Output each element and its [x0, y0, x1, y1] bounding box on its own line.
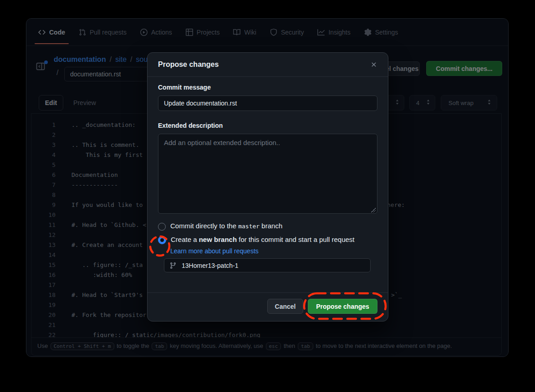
close-icon: [370, 61, 377, 68]
commit-message-input[interactable]: [158, 95, 377, 111]
cancel-button[interactable]: Cancel: [267, 299, 303, 314]
dialog-body: Commit message Extended description Comm…: [148, 77, 388, 280]
learn-more-link[interactable]: Learn more about pull requests: [170, 247, 259, 255]
extended-description-label: Extended description: [158, 122, 377, 130]
new-branch-name-input[interactable]: [181, 261, 365, 270]
radio-create-branch[interactable]: Create a new branch for this commit and …: [158, 236, 377, 246]
dialog-title: Propose changes: [158, 60, 219, 69]
git-branch-icon: [169, 262, 177, 269]
propose-changes-button[interactable]: Propose changes: [308, 299, 377, 314]
branch-name-code: master: [238, 223, 260, 230]
extended-description-textarea[interactable]: [158, 134, 377, 214]
new-branch-name-field[interactable]: [164, 258, 371, 272]
radio-selected-icon[interactable]: [158, 236, 166, 244]
dialog-header: Propose changes: [148, 53, 388, 77]
close-button[interactable]: [368, 59, 380, 70]
radio-commit-direct[interactable]: Commit directly to the master branch: [158, 222, 377, 232]
propose-changes-dialog: Propose changes Commit message Extended …: [147, 52, 388, 322]
dialog-footer: Cancel Propose changes: [148, 292, 388, 321]
commit-message-label: Commit message: [158, 84, 377, 92]
radio-unselected-icon[interactable]: [158, 223, 166, 231]
